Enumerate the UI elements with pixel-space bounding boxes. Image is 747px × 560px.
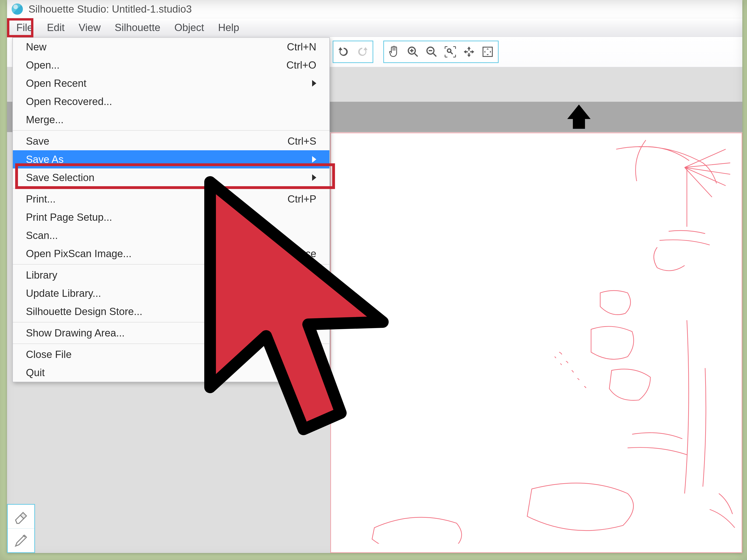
undo-icon[interactable] (335, 43, 353, 61)
menu-separator (13, 264, 329, 265)
menu-item-label: Open Recovered... (26, 96, 112, 107)
menu-item-label: Update Library... (26, 288, 101, 299)
menu-item-shortcut: Ctrl+S (288, 135, 316, 147)
menu-item-shortcut: Ctrl+N (287, 41, 316, 53)
menu-item-label: New (26, 41, 47, 53)
menu-item-save[interactable]: SaveCtrl+S (13, 132, 329, 150)
menu-item-shortcut: Ctrl+O (286, 59, 316, 71)
menu-item-show-drawing-area[interactable]: Show Drawing Area...Ctrl+Shift+Space (13, 324, 329, 342)
hand-icon[interactable] (385, 43, 403, 61)
menu-help[interactable]: Help (211, 19, 246, 36)
app-window: Silhouette Studio: Untitled-1.studio3 Fi… (7, 0, 742, 553)
menu-item-print-page-setup[interactable]: Print Page Setup... (13, 208, 329, 226)
app-logo-icon (12, 3, 23, 15)
menu-separator (13, 322, 329, 322)
menu-item-label: Open... (26, 59, 59, 71)
zoom-fit-icon[interactable] (460, 43, 478, 61)
menu-item-update-library[interactable]: Update Library... (13, 284, 329, 302)
menu-item-library[interactable]: Library (13, 266, 329, 284)
pan-icon[interactable] (479, 43, 496, 61)
menu-item-save-selection[interactable]: Save Selection (13, 168, 329, 187)
menu-item-silhouette-design-store[interactable]: Silhouette Design Store...Ctrl+Alt+O (13, 302, 329, 321)
menu-item-label: Print Page Setup... (26, 211, 112, 223)
menu-item-scan[interactable]: Scan... (13, 226, 329, 244)
menu-item-new[interactable]: NewCtrl+N (13, 38, 329, 56)
menu-item-open-recent[interactable]: Open Recent (13, 74, 329, 92)
zoom-out-icon[interactable] (423, 43, 440, 61)
submenu-arrow-icon (312, 156, 316, 163)
submenu-arrow-icon (312, 80, 316, 86)
menu-item-shortcut: Ctrl+Q (286, 367, 316, 378)
menu-item-merge[interactable]: Merge... (13, 111, 329, 129)
menu-item-label: Close File (26, 349, 72, 360)
menu-item-open-recovered[interactable]: Open Recovered... (13, 92, 329, 111)
menu-item-label: Library (26, 269, 57, 281)
file-menu-dropdown: NewCtrl+NOpen...Ctrl+OOpen RecentOpen Re… (12, 37, 330, 382)
menu-item-label: Quit (26, 367, 45, 378)
canvas-page[interactable] (330, 133, 742, 553)
menu-item-label: Silhouette Design Store... (26, 306, 143, 317)
menu-item-shortcut: Ctrl+Shift+Space (238, 248, 316, 260)
zoom-in-icon[interactable] (404, 43, 422, 61)
traced-artwork (331, 133, 742, 544)
menu-item-quit[interactable]: QuitCtrl+Q (13, 364, 329, 382)
menu-item-shortcut: Ctrl+Shift+Space (238, 327, 316, 339)
menu-item-label: Merge... (26, 114, 63, 126)
menu-item-label: Save Selection (26, 172, 95, 183)
menu-item-save-as[interactable]: Save As (13, 150, 329, 168)
menu-separator (13, 344, 329, 344)
menu-item-label: Open PixScan Image... (26, 248, 131, 260)
menu-separator (13, 130, 329, 131)
menu-object[interactable]: Object (168, 19, 211, 36)
menu-item-open[interactable]: Open...Ctrl+O (13, 56, 329, 74)
menu-view[interactable]: View (72, 19, 108, 36)
zoom-selection-icon[interactable] (441, 43, 459, 61)
eraser-icon[interactable] (8, 505, 34, 528)
pencil-icon[interactable] (8, 528, 34, 552)
toolbar-group-history (333, 41, 373, 63)
menu-item-open-pixscan-image[interactable]: Open PixScan Image...Ctrl+Shift+Space (13, 244, 329, 263)
menu-item-shortcut: Ctrl+Alt+O (268, 306, 316, 317)
menu-item-label: Save (26, 135, 49, 147)
menu-separator (13, 188, 329, 189)
menu-item-print[interactable]: Print...Ctrl+P (13, 190, 329, 208)
titlebar: Silhouette Studio: Untitled-1.studio3 (7, 0, 742, 18)
menu-item-shortcut: Ctrl+W (285, 349, 316, 360)
menu-edit[interactable]: Edit (40, 19, 72, 36)
menu-silhouette[interactable]: Silhouette (108, 19, 168, 36)
menu-file[interactable]: File (9, 19, 40, 36)
menu-item-label: Show Drawing Area... (26, 327, 125, 339)
menu-item-close-file[interactable]: Close FileCtrl+W (13, 345, 329, 364)
submenu-arrow-icon (312, 174, 316, 181)
menu-item-label: Open Recent (26, 77, 86, 89)
menu-item-label: Scan... (26, 230, 58, 241)
menu-item-label: Save As (26, 154, 63, 165)
ruler-marker-icon (567, 105, 591, 119)
left-toolbar (7, 504, 35, 553)
window-title: Silhouette Studio: Untitled-1.studio3 (28, 3, 192, 15)
redo-icon[interactable] (354, 43, 371, 61)
menu-item-shortcut: Ctrl+P (288, 193, 316, 205)
toolbar-group-view (383, 41, 499, 63)
menu-item-label: Print... (26, 193, 56, 205)
menubar: File Edit View Silhouette Object Help (7, 18, 742, 37)
